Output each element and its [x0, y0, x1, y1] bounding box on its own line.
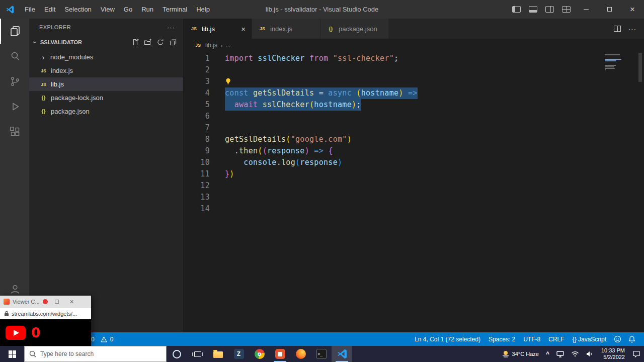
app-z-icon[interactable] — [228, 346, 249, 362]
run-debug-icon[interactable] — [0, 94, 29, 119]
code-lines: 1import sslChecker from "ssl-checker";23… — [184, 53, 644, 215]
menubar: FileEditSelectionViewGoRunTerminalHelp — [20, 0, 214, 19]
code-token: response — [300, 158, 338, 167]
search-icon[interactable] — [0, 44, 29, 69]
cortana-icon[interactable] — [167, 346, 187, 362]
line-number: 1 — [184, 53, 225, 64]
minimize-button[interactable] — [575, 0, 598, 19]
file-item-package-lock.json[interactable]: package-lock.json — [29, 91, 183, 105]
task-view-icon[interactable] — [187, 346, 208, 362]
split-editor-icon[interactable] — [614, 26, 621, 32]
refresh-icon[interactable] — [156, 38, 165, 46]
vscode-taskbar-icon[interactable] — [332, 346, 352, 362]
js-file-icon — [190, 25, 198, 33]
menu-view[interactable]: View — [96, 0, 119, 19]
new-file-icon[interactable] — [131, 38, 139, 46]
viewer-count-window[interactable]: Viewer C... × streamlabs.com/widgets/...… — [0, 296, 91, 346]
indentation[interactable]: Spaces: 2 — [485, 336, 519, 343]
explorer-icon[interactable] — [0, 19, 29, 44]
tab-package.json[interactable]: package.json — [320, 19, 389, 39]
source-control-icon[interactable] — [0, 69, 29, 94]
widget-address-bar[interactable]: streamlabs.com/widgets/... — [0, 308, 91, 319]
project-section-header[interactable]: › SSLVALIDATOR — [29, 36, 183, 48]
file-item-node_modules[interactable]: ›node_modules — [29, 50, 183, 64]
tab-bar: lib.js×index.jspackage.json ··· — [184, 19, 644, 39]
warning-icon — [101, 336, 107, 342]
taskbar-search-input[interactable] — [40, 350, 162, 357]
customize-layout-icon[interactable] — [562, 6, 571, 13]
menu-terminal[interactable]: Terminal — [158, 0, 192, 19]
vscode-logo-icon — [0, 5, 20, 14]
code-token: response — [267, 146, 305, 155]
widget-restore-button[interactable] — [51, 296, 63, 308]
file-item-lib.js[interactable]: lib.js — [29, 77, 183, 91]
new-folder-icon[interactable] — [144, 38, 152, 46]
warning-count: 0 — [110, 336, 114, 343]
weather-widget[interactable]: 34°C Haze — [498, 346, 542, 362]
wifi-icon[interactable] — [568, 346, 583, 362]
code-line: 7 — [184, 122, 644, 134]
vscode-window: FileEditSelectionViewGoRunTerminalHelp l… — [0, 0, 644, 346]
menu-go[interactable]: Go — [119, 0, 137, 19]
error-count: 0 — [91, 336, 95, 343]
close-icon[interactable]: × — [236, 25, 246, 33]
code-line: 2 — [184, 64, 644, 76]
status-items: Ln 4, Col 1 (72 selected)Spaces: 2UTF-8C… — [411, 336, 610, 343]
code-token: } — [225, 169, 229, 178]
widget-title: Viewer C... — [13, 299, 40, 305]
toggle-secondary-sidebar-icon[interactable] — [545, 6, 554, 13]
lightbulb-icon[interactable] — [225, 77, 231, 88]
line-number: 13 — [184, 192, 225, 203]
taskbar-clock[interactable]: 10:33 PM 5/2/2022 — [597, 347, 629, 360]
file-item-index.js[interactable]: index.js — [29, 64, 183, 77]
chrome-icon[interactable] — [249, 346, 270, 362]
encoding[interactable]: UTF-8 — [519, 336, 544, 343]
close-button[interactable]: × — [621, 0, 644, 19]
taskbar-search[interactable] — [24, 346, 167, 362]
file-explorer-icon[interactable] — [208, 346, 228, 362]
minimap[interactable] — [605, 54, 635, 75]
cursor-position[interactable]: Ln 4, Col 1 (72 selected) — [411, 336, 485, 343]
file-item-package.json[interactable]: package.json — [29, 105, 183, 118]
breadcrumb-file[interactable]: lib.js — [205, 42, 217, 49]
menu-edit[interactable]: Edit — [40, 0, 60, 19]
breadcrumb-symbol[interactable]: ... — [225, 42, 230, 49]
action-center-icon[interactable] — [629, 346, 644, 362]
extensions-icon[interactable] — [0, 119, 29, 144]
explorer-more-icon[interactable]: ··· — [167, 24, 175, 31]
volume-icon[interactable] — [583, 346, 597, 362]
youtube-icon — [6, 326, 26, 340]
explorer-title: EXPLORER — [39, 24, 71, 30]
editor-scrollbar[interactable] — [638, 53, 642, 82]
minimap-line — [605, 66, 614, 67]
hidden-icons-chevron[interactable]: ^ — [542, 346, 553, 362]
menu-help[interactable]: Help — [192, 0, 214, 19]
tab-lib.js[interactable]: lib.js× — [184, 19, 252, 39]
menu-selection[interactable]: Selection — [60, 0, 96, 19]
start-button[interactable] — [0, 346, 24, 362]
streamlabs-icon[interactable] — [270, 346, 290, 362]
widget-titlebar[interactable]: Viewer C... × — [0, 296, 91, 308]
eol[interactable]: CRLF — [544, 336, 568, 343]
toggle-sidebar-icon[interactable] — [512, 6, 521, 13]
firefox-icon[interactable] — [290, 346, 311, 362]
notifications-bell-icon[interactable] — [625, 335, 639, 343]
menu-run[interactable]: Run — [137, 0, 158, 19]
tab-index.js[interactable]: index.js — [252, 19, 320, 39]
command-prompt-icon[interactable] — [311, 346, 332, 362]
code-line: 14 — [184, 203, 644, 215]
widget-close-button[interactable]: × — [66, 296, 78, 308]
collapse-all-icon[interactable] — [169, 38, 177, 46]
breadcrumb[interactable]: lib.js › ... — [184, 39, 644, 52]
restore-button[interactable] — [598, 0, 621, 19]
code-editor[interactable]: 1import sslChecker from "ssl-checker";23… — [184, 52, 644, 332]
feedback-icon[interactable] — [610, 335, 625, 343]
editor-more-icon[interactable]: ··· — [628, 25, 636, 33]
code-line: 6 — [184, 111, 644, 122]
chevron-right-icon: › — [220, 42, 222, 49]
display-icon[interactable] — [553, 346, 568, 362]
toggle-panel-icon[interactable] — [529, 6, 537, 13]
minimap-line — [605, 59, 621, 60]
menu-file[interactable]: File — [20, 0, 40, 19]
language-mode[interactable]: {} JavaScript — [569, 336, 610, 343]
